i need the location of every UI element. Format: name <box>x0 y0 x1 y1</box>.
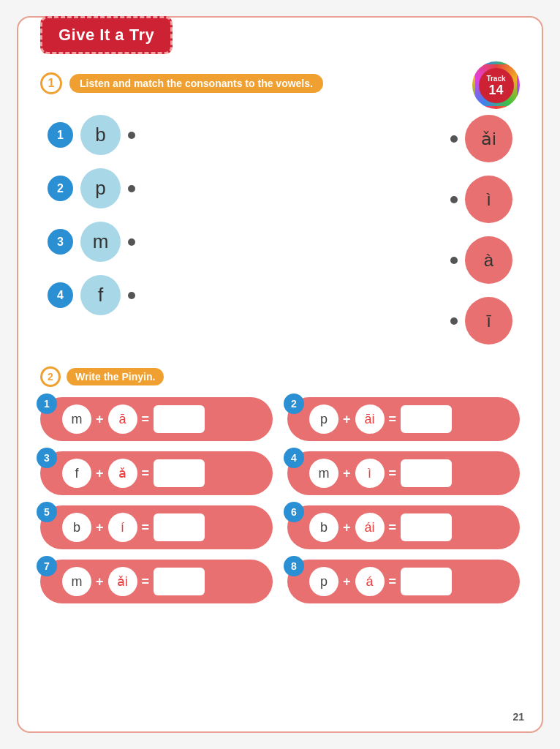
vowel-row-1: ǎi <box>450 115 512 162</box>
vowel-bubble-i2: ī <box>465 297 512 345</box>
eq-num-6: 6 <box>284 502 304 522</box>
section2-number: 2 <box>40 366 61 387</box>
eq-vowel-1: ā <box>108 404 137 434</box>
vowel-bubble-i: ì <box>465 176 512 223</box>
eq-consonant-2: p <box>309 404 338 434</box>
eq-vowel-6: ái <box>355 513 385 542</box>
title-banner: Give It a Try <box>40 16 173 54</box>
letter-bubble-f: f <box>80 275 121 315</box>
vowel-dot-1 <box>450 135 458 143</box>
eq-num-3: 3 <box>37 448 57 468</box>
section2: 2 Write the Pinyin. 1 m + ā <box>40 366 520 603</box>
eq-vowel-8: á <box>355 567 385 596</box>
equation-5: 5 b + í = <box>40 505 273 549</box>
eq-consonant-7: m <box>62 567 91 596</box>
eq-num-2: 2 <box>284 394 304 414</box>
eq-answer-7[interactable] <box>154 568 205 595</box>
eq-num-4: 4 <box>284 448 304 468</box>
equation-1: 1 m + ā = <box>40 397 273 441</box>
dot-1 <box>128 132 135 139</box>
match-row-2: 2 p <box>48 168 135 208</box>
eq-consonant-3: f <box>62 459 91 488</box>
vowel-dot-4 <box>450 317 458 325</box>
eq-num-5: 5 <box>37 502 57 522</box>
eq-num-1: 1 <box>37 394 57 414</box>
eq-consonant-4: m <box>309 459 338 488</box>
letter-bubble-m: m <box>80 222 121 262</box>
eq-num-8: 8 <box>284 556 304 576</box>
section2-instruction: Write the Pinyin. <box>75 371 155 383</box>
vowel-bubble-a: à <box>465 236 512 284</box>
track-circle: Track 14 <box>472 61 520 109</box>
page-number: 21 <box>512 711 524 723</box>
match-row-1: 1 b <box>48 115 135 155</box>
equals-4: = <box>389 466 397 481</box>
equals-1: = <box>142 412 150 427</box>
plus-7: + <box>96 574 104 590</box>
equation-7: 7 m + ǎi = <box>40 560 273 603</box>
eq-vowel-2: āi <box>355 404 385 434</box>
section2-label: Write the Pinyin. <box>67 368 164 385</box>
equation-6: 6 b + ái = <box>287 505 520 549</box>
page: Give It a Try Track 14 1 Listen and matc… <box>17 16 543 733</box>
eq-consonant-1: m <box>62 404 91 434</box>
vowel-row-2: ì <box>450 176 512 223</box>
plus-2: + <box>343 412 351 427</box>
num-bubble-4: 4 <box>48 282 73 308</box>
eq-num-7: 7 <box>37 556 57 576</box>
match-row-3: 3 m <box>48 222 135 262</box>
equals-3: = <box>142 466 150 481</box>
equals-2: = <box>389 412 397 427</box>
plus-6: + <box>343 520 351 535</box>
dot-4 <box>128 292 135 299</box>
page-title: Give It a Try <box>58 26 154 44</box>
eq-consonant-5: b <box>62 513 91 542</box>
vowel-bubble-ai: ǎi <box>465 115 512 162</box>
eq-vowel-4: ì <box>355 459 385 488</box>
equations-grid: 1 m + ā = 2 <box>40 397 520 603</box>
content: 1 Listen and match the consonants to the… <box>40 72 520 603</box>
eq-vowel-7: ǎi <box>108 567 137 596</box>
track-badge: Track 14 <box>472 61 520 109</box>
eq-answer-4[interactable] <box>401 459 452 487</box>
num-bubble-1: 1 <box>48 122 73 148</box>
plus-5: + <box>96 520 104 535</box>
plus-8: + <box>343 574 351 590</box>
dot-2 <box>128 185 135 192</box>
eq-answer-6[interactable] <box>401 513 452 541</box>
track-inner: Track 14 <box>479 68 514 103</box>
equals-7: = <box>142 574 150 590</box>
equals-8: = <box>389 574 397 590</box>
dot-3 <box>128 238 135 246</box>
eq-answer-5[interactable] <box>154 513 205 541</box>
eq-answer-1[interactable] <box>154 405 205 433</box>
eq-vowel-3: ǎ <box>108 459 137 488</box>
equation-8: 8 p + á = <box>287 560 520 603</box>
num-bubble-3: 3 <box>48 229 73 255</box>
section1-label: Listen and match the consonants to the v… <box>69 74 323 93</box>
consonant-column: 1 b 2 p <box>48 115 135 345</box>
num-bubble-2: 2 <box>48 176 73 201</box>
eq-vowel-5: í <box>108 513 137 542</box>
letter-bubble-p: p <box>80 168 121 208</box>
eq-consonant-8: p <box>309 567 338 596</box>
plus-1: + <box>96 412 104 427</box>
matching-section: 1 b 2 p <box>40 108 520 352</box>
plus-3: + <box>96 466 104 481</box>
track-label: Track <box>486 75 505 83</box>
vowel-dot-2 <box>450 196 458 203</box>
eq-answer-2[interactable] <box>401 405 452 433</box>
letter-bubble-b: b <box>80 115 121 155</box>
eq-answer-8[interactable] <box>401 568 452 595</box>
match-row-4: 4 f <box>48 275 135 315</box>
eq-consonant-6: b <box>309 513 338 542</box>
equals-5: = <box>142 520 150 535</box>
track-number: 14 <box>488 83 503 97</box>
vowel-dot-3 <box>450 257 458 264</box>
equation-2: 2 p + āi = <box>287 397 520 441</box>
eq-answer-3[interactable] <box>154 459 205 487</box>
section1-header: 1 Listen and match the consonants to the… <box>40 72 520 94</box>
equals-6: = <box>389 520 397 535</box>
vowel-row-3: à <box>450 236 512 284</box>
section1-instruction: Listen and match the consonants to the v… <box>80 78 313 89</box>
